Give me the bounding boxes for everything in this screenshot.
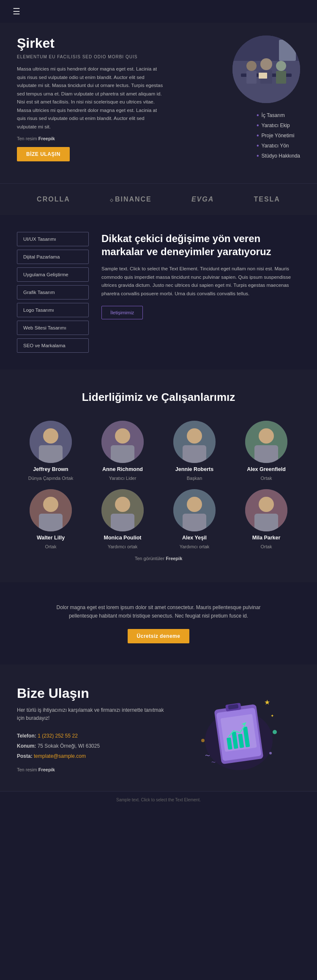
member-title: Ortak	[261, 544, 272, 549]
member-title: Başkan	[187, 476, 202, 481]
hero-right: İç TasarımYaratıcı EkipProje YönetimiYar…	[177, 35, 300, 166]
contact-title: Bize Ulaşın	[17, 686, 164, 701]
brand-logo: TESLA	[254, 196, 280, 203]
member-name: Jeffrey Brown	[33, 466, 68, 472]
svg-rect-8	[276, 71, 286, 84]
svg-rect-19	[183, 445, 206, 463]
svg-point-15	[115, 428, 130, 444]
contact-freepik-link[interactable]: Freepik	[38, 767, 55, 772]
member-name: Jennie Roberts	[175, 466, 213, 472]
hero-image	[232, 35, 300, 103]
team-heading: Liderliğimiz ve Çalışanlarımız	[17, 391, 300, 404]
team-member: Mila ParkerOrtak	[232, 489, 300, 549]
member-name: Anne Richmond	[102, 466, 143, 472]
hero-cta-button[interactable]: BİZE ULAŞIN	[17, 147, 70, 161]
address-value: 75 Sokak Örneği, WI 63025	[38, 743, 100, 749]
service-button[interactable]: SEO ve Markalama	[17, 338, 89, 353]
team-member: Alex YeşilYardımcı ortak	[161, 489, 228, 549]
svg-point-33	[259, 497, 274, 512]
svg-point-7	[276, 61, 286, 71]
address-label: Konum:	[17, 743, 36, 749]
svg-point-27	[115, 497, 130, 512]
hamburger-icon[interactable]: ☰	[13, 7, 20, 16]
svg-point-50	[273, 730, 277, 734]
team-member: Alex GreenfieldOrtak	[232, 421, 300, 481]
hero-menu-item: İç Tasarım	[257, 112, 300, 119]
avatar	[30, 489, 72, 531]
services-buttons: UI/UX TasarımıDijital PazarlamaUygulama …	[17, 232, 89, 353]
hero-menu-item: Proje Yönetimi	[257, 132, 300, 139]
hero-subtitle: ELEMENTUM EU FACILISIS SED ODIO MORBI QU…	[17, 54, 164, 59]
team-member: Jeffrey BrownDünya Çapında Ortak	[17, 421, 85, 481]
service-button[interactable]: Uygulama Geliştirme	[17, 267, 89, 282]
avatar	[245, 421, 287, 463]
hero-section: Şirket ELEMENTUM EU FACILISIS SED ODIO M…	[0, 23, 317, 183]
service-button[interactable]: Logo Tasarımı	[17, 303, 89, 317]
services-section: UI/UX TasarımıDijital PazarlamaUygulama …	[0, 215, 317, 370]
svg-rect-22	[254, 445, 278, 463]
svg-point-52	[201, 739, 205, 742]
svg-point-51	[269, 752, 272, 754]
hero-title: Şirket	[17, 35, 164, 51]
member-title: Ortak	[45, 544, 57, 549]
service-button[interactable]: UI/UX Tasarımı	[17, 232, 89, 246]
services-heading: Dikkat çekici değişime yön veren markala…	[101, 232, 300, 258]
svg-point-18	[187, 428, 202, 444]
member-name: Alex Yeşil	[182, 535, 207, 541]
hero-freepik-link[interactable]: Freepik	[38, 136, 55, 141]
svg-text:〜: 〜	[205, 753, 210, 759]
svg-rect-10	[279, 40, 296, 61]
contact-illustration: ★ ✦ 〜 〜	[177, 686, 300, 779]
svg-text:★: ★	[264, 699, 270, 706]
hero-menu-item: Stüdyo Hakkında	[257, 152, 300, 160]
brand-logo: EVGA	[191, 196, 214, 203]
member-title: Yardımcı ortak	[180, 544, 210, 549]
hero-text: Massa ultricies mi quis hendrerit dolor …	[17, 65, 164, 131]
hero-menu-list: İç TasarımYaratıcı EkipProje YönetimiYar…	[257, 112, 300, 162]
hero-left: Şirket ELEMENTUM EU FACILISIS SED ODIO M…	[17, 35, 164, 166]
team-footer-note: Ten görüntüler Freepik	[17, 556, 300, 561]
email-link[interactable]: template@sample.com	[34, 753, 86, 759]
cta-text: Dolor magna eget est lorem ipsum dolor s…	[53, 603, 264, 621]
svg-point-21	[259, 428, 274, 444]
service-button[interactable]: Grafik Tasarım	[17, 285, 89, 299]
member-title: Yardımcı ortak	[108, 544, 138, 549]
avatar	[245, 489, 287, 531]
contact-description: Her türlü iş ihtiyacınızı karşılamak ve …	[17, 706, 164, 722]
contact-details: Telefon: 1 (232) 252 55 22 Konum: 75 Sok…	[17, 731, 164, 761]
contact-phone-row: Telefon: 1 (232) 252 55 22	[17, 731, 164, 741]
phone-number: 1 (232) 252 55 22	[38, 733, 78, 739]
svg-rect-28	[111, 514, 134, 531]
hero-photo-note: Ten resim Freepik	[17, 136, 164, 141]
svg-rect-34	[254, 514, 278, 531]
svg-point-5	[260, 58, 272, 70]
svg-text:✦: ✦	[271, 713, 274, 718]
brands-section: CROLLA◇BINANCEEVGATESLA	[0, 183, 317, 215]
cta-button[interactable]: Ücretsiz deneme	[128, 629, 190, 643]
team-member: Anne RichmondYaratıcı Lider	[89, 421, 156, 481]
avatar	[173, 421, 216, 463]
phone-label: Telefon:	[17, 733, 36, 739]
svg-rect-16	[111, 445, 134, 463]
service-button[interactable]: Dijital Pazarlama	[17, 250, 89, 264]
member-name: Monica Pouliot	[104, 535, 142, 541]
svg-rect-13	[39, 445, 63, 463]
hero-menu-item: Yaratıcı Ekip	[257, 122, 300, 129]
top-nav: ☰	[0, 0, 317, 23]
svg-point-30	[187, 497, 202, 512]
avatar	[101, 421, 144, 463]
team-grid: Jeffrey BrownDünya Çapında OrtakAnne Ric…	[17, 421, 300, 549]
contact-email-row: Posta: template@sample.com	[17, 751, 164, 761]
member-title: Dünya Çapında Ortak	[28, 476, 73, 481]
svg-text:〜: 〜	[211, 760, 216, 765]
service-button[interactable]: Web Sitesi Tasarımı	[17, 321, 89, 335]
team-member: Monica PouliotYardımcı ortak	[89, 489, 156, 549]
team-freepik-link[interactable]: Freepik	[166, 556, 182, 561]
footer-note: Sample text. Click to select the Text El…	[0, 791, 317, 808]
svg-rect-25	[39, 514, 63, 531]
avatar	[101, 489, 144, 531]
team-member: Walter LillyOrtak	[17, 489, 85, 549]
services-cta-button[interactable]: İletişimimiz	[101, 306, 143, 319]
svg-rect-4	[246, 71, 257, 84]
contact-section: Bize Ulaşın Her türlü iş ihtiyacınızı ka…	[0, 664, 317, 791]
